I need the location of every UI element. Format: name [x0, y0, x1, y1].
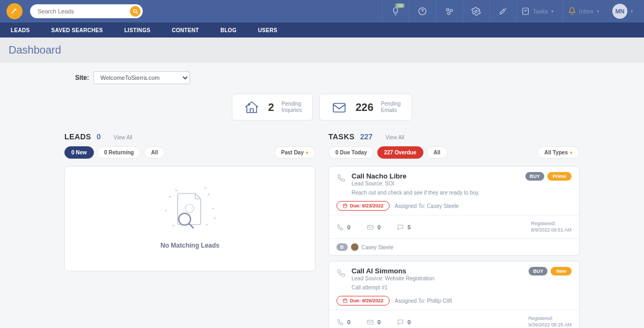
stat-emails: 0: [367, 318, 380, 326]
site-select[interactable]: WelcomeToSierra.com: [93, 71, 190, 84]
tools-icon[interactable]: [489, 0, 516, 23]
registered-info: Registered:9/26/2022 08:25 AM: [528, 316, 572, 328]
nav-users[interactable]: USERS: [258, 27, 277, 33]
tasks-count: 227: [360, 132, 372, 141]
house-icon: [243, 100, 260, 115]
task-source: Lead Source: SOI: [352, 181, 520, 187]
nav-content[interactable]: CONTENT: [172, 27, 199, 33]
pill-overdue[interactable]: 227 Overdue: [377, 146, 423, 159]
emails-count: 226: [355, 101, 373, 114]
integrations-icon[interactable]: [436, 0, 463, 23]
pill-all-types[interactable]: All Types▾: [537, 146, 580, 159]
inquiries-label: PendingInquiries: [282, 101, 302, 114]
site-label: Site:: [75, 74, 89, 81]
due-chip: Due: 9/23/2022: [336, 201, 390, 211]
stat-cards: 2 PendingInquiries 226 PendingEmails: [64, 94, 580, 121]
svg-rect-9: [333, 103, 345, 112]
badge-status: Prime: [547, 172, 572, 181]
task-card[interactable]: Call Al SimmonsLead Source: Website Regi…: [328, 261, 580, 328]
pill-past-day[interactable]: Past Day▾: [274, 146, 316, 159]
phone-icon: [336, 268, 346, 290]
nav-leads[interactable]: LEADS: [11, 27, 30, 33]
foot-name: Casey Steele: [362, 244, 393, 250]
emails-label: PendingEmails: [381, 101, 401, 114]
user-avatar[interactable]: MN: [612, 4, 627, 19]
chevron-down-icon: ▾: [551, 9, 554, 14]
leads-column: LEADS 0 View All 0 New 0 Returning All P…: [64, 132, 316, 271]
pill-returning[interactable]: 0 Returning: [97, 146, 141, 159]
svg-point-15: [165, 210, 167, 212]
search-box[interactable]: [30, 4, 143, 18]
svg-point-10: [185, 204, 194, 213]
stat-emails: 0: [367, 223, 380, 231]
settings-icon[interactable]: [463, 0, 489, 23]
pill-new[interactable]: 0 New: [64, 146, 94, 159]
search-input[interactable]: [38, 8, 130, 14]
stat-chats: 0: [397, 318, 411, 326]
tasks-column: TASKS 227 View All 0 Due Today 227 Overd…: [328, 132, 580, 328]
search-button[interactable]: [130, 6, 141, 17]
foot-chip: B: [336, 243, 348, 251]
mini-avatar: [351, 243, 358, 251]
leads-count: 0: [97, 132, 101, 141]
task-note: Reach out and check and see if they are …: [352, 190, 520, 196]
svg-point-3: [447, 9, 449, 11]
page-title: Dashboard: [9, 44, 635, 56]
pill-all[interactable]: All: [144, 146, 165, 159]
chevron-down-icon: ▾: [631, 9, 633, 14]
task-source: Lead Source: Website Registration: [352, 275, 523, 281]
stat-calls: 0: [336, 318, 350, 326]
svg-point-4: [450, 9, 453, 12]
badge-status: New: [551, 267, 572, 275]
task-title: Call Al Simmons: [352, 267, 523, 275]
inbox-menu[interactable]: Inbox ▾: [562, 0, 608, 23]
pill-due-today[interactable]: 0 Due Today: [328, 146, 374, 159]
logo[interactable]: [6, 3, 23, 19]
svg-point-5: [448, 12, 450, 15]
stat-chats: 5: [397, 223, 411, 231]
task-title: Call Nacho Libre: [352, 172, 520, 180]
pending-emails-card[interactable]: 226 PendingEmails: [319, 94, 412, 121]
nav-blog[interactable]: BLOG: [221, 27, 237, 33]
tasks-label: Tasks: [533, 8, 548, 14]
svg-line-1: [136, 12, 137, 13]
pill-tasks-all[interactable]: All: [427, 146, 448, 159]
svg-rect-28: [368, 320, 374, 325]
task-card[interactable]: Call Nacho LibreLead Source: SOIReach ou…: [328, 166, 580, 256]
empty-illustration: [76, 183, 304, 236]
leads-empty-state: No Matching Leads: [64, 166, 316, 271]
svg-point-16: [213, 208, 214, 210]
envelope-icon: [331, 100, 348, 115]
help-icon[interactable]: [409, 0, 436, 23]
registered-info: Registered:8/9/2022 08:51 AM: [531, 221, 572, 233]
svg-rect-23: [368, 225, 374, 229]
tasks-heading: TASKS: [328, 132, 355, 141]
leads-view-all[interactable]: View All: [114, 135, 133, 140]
svg-rect-24: [343, 299, 347, 303]
stat-calls: 0: [336, 223, 350, 231]
assigned-to: Assigned To: Phillip Clift: [395, 298, 452, 304]
chevron-down-icon: ▾: [597, 9, 599, 14]
svg-point-17: [173, 225, 174, 227]
svg-point-18: [206, 224, 208, 226]
nav-listings[interactable]: LISTINGS: [125, 27, 151, 33]
nav-saved-searches[interactable]: SAVED SEARCHES: [51, 27, 103, 33]
due-chip: Due: 9/26/2022: [336, 296, 390, 305]
inquiries-count: 2: [268, 101, 274, 114]
page-header: Dashboard: [0, 38, 644, 63]
svg-point-0: [133, 9, 136, 12]
main-nav: LEADS SAVED SEARCHES LISTINGS CONTENT BL…: [0, 23, 644, 38]
tasks-menu[interactable]: Tasks ▾: [516, 0, 562, 23]
svg-point-13: [170, 196, 171, 198]
badge-buy: BUY: [525, 172, 544, 181]
assigned-to: Assigned To: Casey Steele: [395, 203, 459, 209]
task-note: Call attempt #1: [352, 285, 523, 290]
idea-icon[interactable]: 165: [382, 0, 409, 23]
notif-badge: 165: [395, 3, 405, 8]
svg-point-14: [208, 194, 210, 196]
tasks-view-all[interactable]: View All: [385, 135, 404, 140]
leads-empty-msg: No Matching Leads: [76, 242, 304, 249]
svg-point-6: [475, 10, 478, 13]
top-bar: 165 Tasks ▾ Inbox ▾ MN ▾: [0, 0, 644, 23]
pending-inquiries-card[interactable]: 2 PendingInquiries: [232, 94, 313, 121]
